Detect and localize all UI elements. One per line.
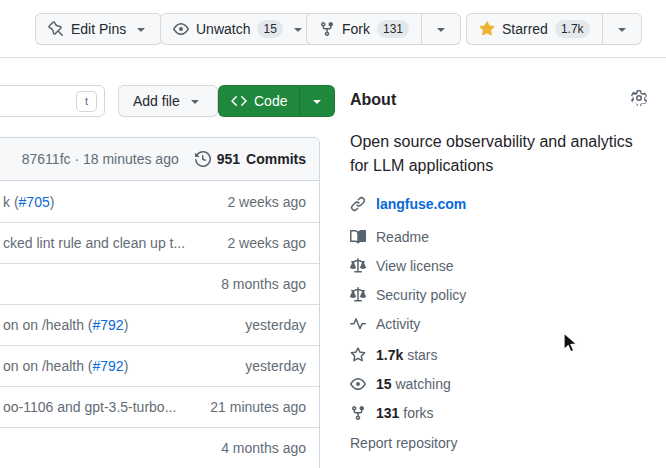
commit-date[interactable]: 4 months ago xyxy=(221,440,306,456)
unwatch-label: Unwatch xyxy=(196,21,250,37)
commit-time: 18 minutes ago xyxy=(83,151,179,167)
chevron-down-icon xyxy=(187,93,203,109)
star-filled-icon xyxy=(479,21,495,37)
repo-forked-icon xyxy=(319,21,335,37)
file-table-row: cked lint rule and clean up t... 2 weeks… xyxy=(0,222,319,263)
commit-date[interactable]: 2 weeks ago xyxy=(227,235,306,251)
commit-date[interactable]: 21 minutes ago xyxy=(210,399,306,415)
about-stat-item[interactable]: 131 forks xyxy=(350,405,434,421)
file-table-row: on on /health (#792) yesterday xyxy=(0,304,319,345)
keyboard-shortcut-badge: t xyxy=(76,91,97,112)
book-icon xyxy=(350,229,366,245)
chevron-down-icon xyxy=(433,21,449,37)
fork-label: Fork xyxy=(342,21,370,37)
commit-history-link[interactable]: 951 Commits xyxy=(195,151,306,167)
about-stat-item[interactable]: 1.7k stars xyxy=(350,347,437,363)
eye-icon xyxy=(173,21,189,37)
gear-icon xyxy=(631,90,647,106)
repo-settings-button[interactable] xyxy=(628,87,650,109)
commit-message[interactable]: on on /health (#792) xyxy=(3,317,233,333)
about-link-item[interactable]: Security policy xyxy=(350,287,466,303)
add-file-button[interactable]: Add file xyxy=(118,85,218,117)
repo-description: Open source observability and analytics … xyxy=(350,130,646,178)
pulse-icon xyxy=(350,316,366,332)
watchers-count-badge: 15 xyxy=(257,20,282,38)
about-stat-item[interactable]: 15 watching xyxy=(350,376,451,392)
file-rows: k (#705) 2 weeks ago cked lint rule and … xyxy=(0,181,319,468)
commit-message[interactable]: oo-1106 and gpt-3.5-turbo... xyxy=(3,399,198,415)
code-icon xyxy=(231,93,247,109)
star-dropdown-button[interactable] xyxy=(602,14,641,44)
chevron-down-icon xyxy=(614,21,630,37)
about-link-item[interactable]: Activity xyxy=(350,316,420,332)
commits-count: 951 xyxy=(217,151,240,167)
commit-message[interactable]: k (#705) xyxy=(3,194,215,210)
fork-button[interactable]: Fork 131 xyxy=(307,14,421,44)
file-table-row: on on /health (#792) yesterday xyxy=(0,345,319,386)
add-file-label: Add file xyxy=(133,93,180,109)
star-icon xyxy=(350,347,366,363)
star-button-group: Starred 1.7k xyxy=(466,13,642,45)
stars-count-badge: 1.7k xyxy=(555,20,590,38)
latest-commit-meta[interactable]: 87611fc · 18 minutes ago xyxy=(22,151,179,167)
about-link-item[interactable]: View license xyxy=(350,258,454,274)
commits-label: Commits xyxy=(246,151,306,167)
chevron-down-icon xyxy=(309,93,325,109)
about-title: About xyxy=(350,91,396,109)
file-table-row: oo-1106 and gpt-3.5-turbo... 21 minutes … xyxy=(0,386,319,427)
pin-icon xyxy=(48,21,64,37)
repo-action-bar: Edit Pins Unwatch 15 Fork 131 Starred 1. xyxy=(0,0,666,58)
unwatch-button[interactable]: Unwatch 15 xyxy=(160,13,319,45)
code-button-group: Code xyxy=(218,85,335,117)
code-label: Code xyxy=(254,93,287,109)
commit-date[interactable]: yesterday xyxy=(245,317,306,333)
commit-date[interactable]: 8 months ago xyxy=(221,276,306,292)
chevron-down-icon xyxy=(133,21,149,37)
commit-date[interactable]: 2 weeks ago xyxy=(227,194,306,210)
edit-pins-button[interactable]: Edit Pins xyxy=(35,13,162,45)
starred-label: Starred xyxy=(502,21,548,37)
code-dropdown-button[interactable] xyxy=(299,86,334,116)
commit-hash[interactable]: 87611fc xyxy=(22,151,71,167)
eye-icon xyxy=(350,376,366,392)
commit-message[interactable]: cked lint rule and clean up t... xyxy=(3,235,215,251)
file-browser: 87611fc · 18 minutes ago 951 Commits k (… xyxy=(0,137,320,468)
file-table-row: 4 months ago xyxy=(0,427,319,468)
website-label: langfuse.com xyxy=(376,196,466,212)
chevron-down-icon xyxy=(290,21,306,37)
pr-number-link[interactable]: #792 xyxy=(93,317,124,333)
code-button[interactable]: Code xyxy=(219,86,299,116)
commit-date[interactable]: yesterday xyxy=(245,358,306,374)
about-sidebar: About Open source observability and anal… xyxy=(350,58,666,468)
go-to-file-input[interactable]: t xyxy=(0,85,105,117)
pr-number-link[interactable]: #792 xyxy=(93,358,124,374)
fork-button-group: Fork 131 xyxy=(306,13,461,45)
edit-pins-label: Edit Pins xyxy=(71,21,126,37)
link-icon xyxy=(350,196,366,212)
law-icon xyxy=(350,287,366,303)
github-repo-page: Edit Pins Unwatch 15 Fork 131 Starred 1. xyxy=(0,0,666,468)
law-icon xyxy=(350,258,366,274)
forks-count-badge: 131 xyxy=(377,20,409,38)
fork-icon xyxy=(350,405,366,421)
fork-dropdown-button[interactable] xyxy=(421,14,460,44)
repo-website-link[interactable]: langfuse.com xyxy=(350,196,466,212)
commit-meta-separator: · xyxy=(74,151,79,167)
latest-commit-bar: 87611fc · 18 minutes ago 951 Commits xyxy=(0,138,319,181)
file-table-row: k (#705) 2 weeks ago xyxy=(0,181,319,222)
commit-message[interactable]: on on /health (#792) xyxy=(3,358,233,374)
history-icon xyxy=(195,151,211,167)
pr-number-link[interactable]: #705 xyxy=(19,194,50,210)
starred-button[interactable]: Starred 1.7k xyxy=(467,14,602,44)
report-repository-link[interactable]: Report repository xyxy=(350,435,457,451)
file-table-row: 8 months ago xyxy=(0,263,319,304)
about-link-item[interactable]: Readme xyxy=(350,229,429,245)
